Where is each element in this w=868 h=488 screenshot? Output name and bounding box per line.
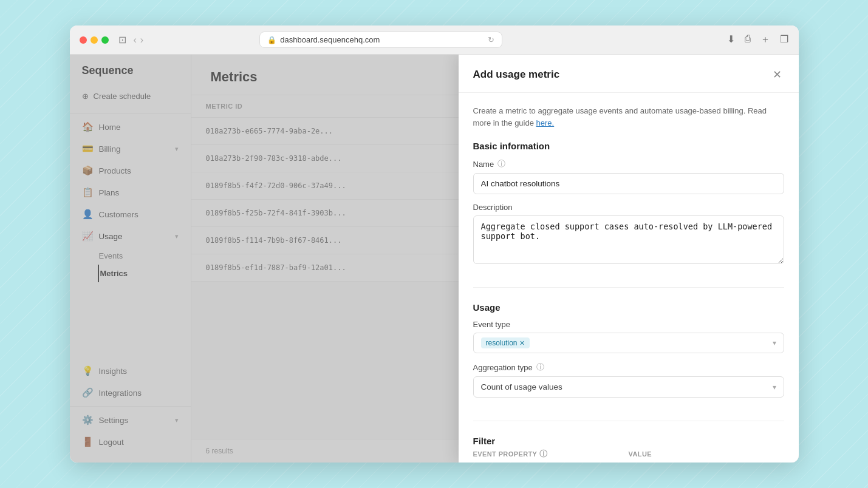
name-info-icon[interactable]: ⓘ — [497, 158, 505, 169]
basic-info-title: Basic information — [473, 141, 784, 151]
nav-arrows: ‹ › — [134, 35, 144, 46]
section-divider-2 — [473, 421, 784, 421]
minimize-traffic-light[interactable] — [91, 36, 98, 44]
drawer-subtitle: Create a metric to aggregate usage event… — [473, 105, 784, 129]
add-metric-drawer: Add usage metric ✕ Create a metric to ag… — [459, 55, 799, 463]
aggregation-label: Aggregation type ⓘ — [473, 362, 784, 373]
description-input[interactable]: Aggregate closed support cases auto-reso… — [473, 215, 784, 264]
event-type-tag: resolution × — [481, 337, 530, 348]
name-label: Name ⓘ — [473, 158, 784, 169]
usage-title: Usage — [473, 302, 784, 313]
aggregation-group: Aggregation type ⓘ Count of usage values… — [473, 362, 784, 398]
value-col-header: Value — [629, 450, 652, 458]
app-layout: Sequence ⊕ Create schedule 🏠 Home 💳 Bill… — [70, 55, 799, 463]
description-form-group: Description Aggregate closed support cas… — [473, 203, 784, 264]
maximize-traffic-light[interactable] — [101, 36, 109, 44]
new-tab-icon[interactable]: ＋ — [760, 33, 770, 46]
event-type-select[interactable]: resolution × ▾ — [473, 333, 784, 353]
filter-header-row: Event property ⓘ Value — [473, 449, 784, 459]
share-icon[interactable]: ⎙ — [745, 33, 751, 46]
event-type-label: Event type — [473, 320, 784, 329]
close-drawer-button[interactable]: ✕ — [770, 67, 784, 83]
aggregation-info-icon[interactable]: ⓘ — [536, 362, 544, 373]
event-property-col-header: Event property ⓘ — [473, 450, 548, 458]
lock-icon: 🔒 — [267, 36, 276, 44]
usage-section: Usage Event type resolution × ▾ — [473, 302, 784, 406]
forward-arrow[interactable]: › — [140, 35, 143, 46]
close-traffic-light[interactable] — [80, 36, 87, 44]
description-label: Description — [473, 203, 784, 212]
aggregation-chevron-icon: ▾ — [773, 383, 776, 391]
traffic-lights — [80, 36, 109, 44]
guide-link[interactable]: here. — [536, 118, 555, 127]
drawer-header: Add usage metric ✕ — [459, 55, 799, 93]
filter-title: Filter — [473, 436, 784, 446]
browser-actions: ⬇ ⎙ ＋ ❐ — [727, 33, 788, 46]
select-chevron-icon: ▾ — [773, 339, 776, 347]
tag-remove-button[interactable]: × — [520, 339, 525, 347]
sidebar-toggle-icon[interactable]: ⊡ — [118, 34, 126, 46]
drawer-title: Add usage metric — [473, 69, 560, 81]
drawer-body: Create a metric to aggregate usage event… — [459, 93, 799, 463]
browser-chrome: ⊡ ‹ › 🔒 dashboard.sequencehq.com ↻ ⬇ ⎙ ＋… — [70, 25, 799, 55]
name-form-group: Name ⓘ — [473, 158, 784, 194]
name-input[interactable] — [473, 173, 784, 194]
tabs-icon[interactable]: ❐ — [780, 33, 788, 46]
aggregation-select[interactable]: Count of usage values ▾ — [473, 376, 784, 398]
event-type-group: Event type resolution × ▾ — [473, 320, 784, 353]
refresh-icon[interactable]: ↻ — [488, 35, 494, 44]
back-arrow[interactable]: ‹ — [134, 35, 137, 46]
section-divider-1 — [473, 287, 784, 288]
filter-section: Filter Event property ⓘ Value — [473, 436, 784, 463]
address-bar[interactable]: 🔒 dashboard.sequencehq.com ↻ — [259, 32, 502, 48]
basic-info-section: Basic information Name ⓘ Description Agg… — [473, 141, 784, 273]
url-text: dashboard.sequencehq.com — [280, 35, 380, 44]
event-property-info-icon[interactable]: ⓘ — [539, 449, 547, 458]
download-icon[interactable]: ⬇ — [727, 33, 735, 46]
